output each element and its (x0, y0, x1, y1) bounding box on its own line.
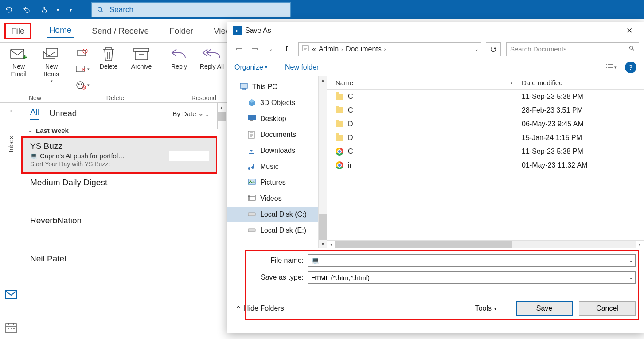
message-item-3[interactable]: Neil Patel (22, 249, 217, 276)
cleanup-icon[interactable]: ▾ (75, 63, 90, 75)
calendar-icon[interactable] (5, 322, 17, 334)
scrollbar[interactable]: ▲ (217, 103, 226, 129)
tree-node-documents[interactable]: Documents (227, 127, 318, 143)
scroll-up-icon[interactable]: ▲ (218, 103, 226, 112)
up-button[interactable]: 🠕 (280, 42, 294, 56)
file-row[interactable]: C11-Sep-23 5:38 PM (327, 90, 644, 103)
refresh-icon[interactable] (0, 0, 18, 19)
scroll-right-icon[interactable]: ▸ (636, 242, 644, 247)
scroll-thumb[interactable] (335, 241, 512, 248)
message-item-1[interactable]: Medium Daily Digest (22, 173, 217, 211)
sort-button[interactable]: By Date ⌄ ↓ (172, 109, 209, 117)
file-row[interactable]: C11-Sep-23 5:38 PM (327, 144, 644, 158)
search-input[interactable] (109, 5, 290, 14)
sender: YS Buzz (30, 141, 209, 151)
cancel-button[interactable]: Cancel (579, 301, 636, 316)
scroll-up-icon[interactable]: ▲ (319, 76, 327, 84)
undo-icon[interactable] (18, 0, 35, 19)
qat-overflow-icon[interactable]: ▾ (65, 0, 74, 19)
tab-send-receive[interactable]: Send / Receive (89, 24, 152, 38)
refresh-button[interactable] (486, 42, 501, 56)
tab-file[interactable]: File (4, 23, 31, 39)
file-row[interactable]: ir01-May-23 11:32 AM (327, 158, 644, 172)
address-dropdown-icon[interactable]: ⌄ (475, 47, 478, 51)
scroll-thumb[interactable] (319, 214, 327, 240)
expand-rail-icon[interactable]: › (10, 107, 12, 114)
breadcrumb-ellipsis[interactable]: « (312, 45, 316, 53)
tree-node-music[interactable]: Music (227, 159, 318, 175)
search-icon (628, 45, 635, 53)
filter-unread[interactable]: Unread (49, 109, 77, 118)
back-button[interactable]: 🠔 (232, 42, 246, 56)
new-folder-button[interactable]: New folder (285, 63, 319, 71)
close-button[interactable]: ✕ (621, 24, 638, 37)
dialog-search[interactable] (506, 42, 639, 56)
tab-folder[interactable]: Folder (167, 24, 196, 38)
search-box[interactable] (91, 2, 291, 17)
message-item-2[interactable]: ReverbNation (22, 211, 217, 249)
recent-dropdown[interactable]: ⌄ (264, 42, 278, 56)
delete-button[interactable]: Delete (94, 45, 123, 70)
junk-icon[interactable]: ▾ (75, 79, 90, 91)
chevron-down-icon[interactable]: ⌄ (629, 258, 632, 263)
address-bar[interactable]: « Admin › Documents › ⌄ (298, 42, 481, 56)
svg-rect-22 (248, 179, 255, 184)
3d-icon (248, 99, 256, 107)
tree-scrollbar[interactable]: ▲ ▼ (319, 76, 327, 248)
group-header[interactable]: ⌄ Last Week (22, 124, 217, 137)
folder-icon (336, 107, 343, 113)
file-row[interactable]: D15-Jan-24 1:15 PM (327, 131, 644, 144)
help-button[interactable]: ? (625, 62, 636, 73)
scroll-thumb[interactable] (218, 112, 226, 121)
touch-mode-icon[interactable] (35, 0, 53, 19)
view-mode-button[interactable]: ▾ (602, 61, 620, 74)
save-type-label: Save as type: (235, 273, 308, 281)
chevron-right-icon[interactable]: › (341, 47, 343, 52)
tree-node-downloads[interactable]: Downloads (227, 143, 318, 159)
file-name: C (348, 93, 353, 101)
svg-rect-21 (248, 131, 254, 138)
file-name-field[interactable]: 💻 ⌄ (308, 254, 636, 267)
sort-asc-icon: ▴ (511, 81, 513, 85)
tree-node-pictures[interactable]: Pictures (227, 175, 318, 191)
filter-all[interactable]: All (30, 107, 39, 120)
new-items-button[interactable]: New Items ▾ (37, 45, 66, 83)
new-email-button[interactable]: New Email (4, 45, 33, 78)
dialog-search-input[interactable] (510, 45, 628, 53)
tree-node-local-disk-c-[interactable]: Local Disk (C:) (227, 207, 318, 222)
breadcrumb-seg1[interactable]: Admin (319, 45, 339, 53)
reply-button[interactable]: Reply (165, 45, 193, 70)
tree-node-local-disk-e-[interactable]: Local Disk (E:) (227, 222, 318, 238)
save-type-value: HTML (*.htm;*.html) (311, 274, 370, 281)
breadcrumb-seg2[interactable]: Documents (346, 45, 382, 53)
chevron-down-icon: ⌄ (198, 109, 204, 117)
qat-more-icon[interactable]: ▾ (53, 0, 62, 19)
mail-icon[interactable] (5, 288, 17, 300)
hide-folders-button[interactable]: ⌃ Hide Folders (235, 304, 284, 313)
dialog-body: This PC3D ObjectsDesktopDocumentsDownloa… (227, 76, 644, 248)
chevron-right-icon[interactable]: › (384, 47, 386, 52)
organize-button[interactable]: Organize▾ (234, 63, 267, 71)
file-row[interactable]: C28-Feb-23 3:51 PM (327, 103, 644, 117)
col-date-header[interactable]: Date modified (517, 79, 644, 86)
col-name-header[interactable]: Name ▴ (327, 79, 517, 86)
file-hscrollbar[interactable]: ◂ ▸ (327, 240, 644, 248)
tree-node-desktop[interactable]: Desktop (227, 111, 318, 127)
tree-node-videos[interactable]: Videos (227, 191, 318, 207)
save-button[interactable]: Save (516, 301, 573, 316)
file-name: C (348, 106, 353, 114)
archive-button[interactable]: Archive (127, 45, 156, 70)
tab-home[interactable]: Home (47, 23, 74, 38)
reply-all-button[interactable]: Reply All (198, 45, 226, 70)
save-type-field[interactable]: HTML (*.htm;*.html) ⌄ (308, 271, 636, 284)
inbox-label[interactable]: Inbox (7, 136, 15, 152)
file-row[interactable]: D06-May-23 9:45 AM (327, 117, 644, 131)
chevron-down-icon[interactable]: ⌄ (629, 275, 632, 280)
scroll-down-icon[interactable]: ▼ (319, 240, 327, 248)
message-item-0[interactable]: YS Buzz 💻Capria's AI push for portfol… S… (22, 137, 217, 173)
tree-node-this-pc[interactable]: This PC (227, 79, 318, 95)
scroll-left-icon[interactable]: ◂ (327, 242, 335, 247)
ignore-icon[interactable] (75, 47, 90, 59)
tools-button[interactable]: Tools ▾ (475, 304, 496, 312)
tree-node-3d-objects[interactable]: 3D Objects (227, 95, 318, 111)
